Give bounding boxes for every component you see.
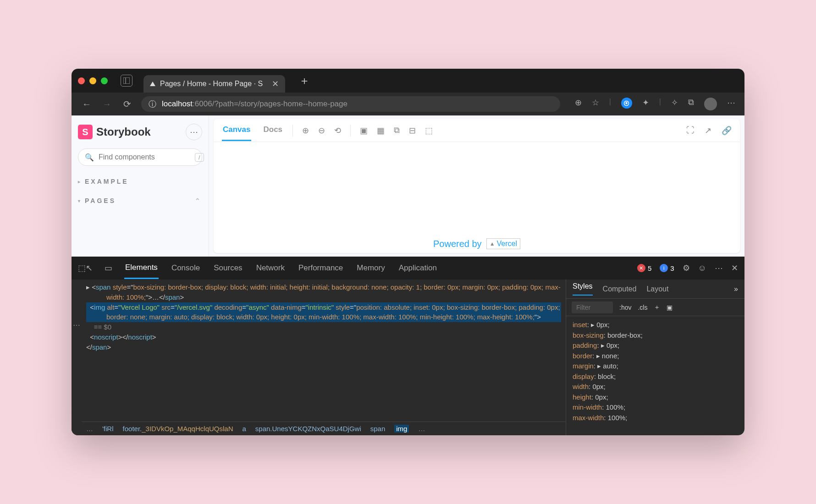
url-port: :6006 — [193, 99, 212, 108]
open-new-tab-icon[interactable]: ↗ — [705, 126, 711, 136]
canvas-toolbar: Canvas Docs ⊕ ⊖ ⟲ ▣ ▦ ⧉ ⊟ ⬚ ⛶ ↗ — [214, 119, 740, 142]
new-style-rule-icon[interactable]: ＋ — [654, 303, 660, 312]
devtools: ⬚↖ ▭ Elements Console Sources Network Pe… — [72, 257, 744, 435]
collections-icon[interactable]: ⧉ — [688, 98, 694, 110]
canvas-body: Powered by Vercel — [214, 142, 740, 253]
background-icon[interactable]: ▣ — [360, 126, 368, 136]
sidebar-toggle-icon[interactable] — [121, 75, 132, 87]
storybook-logo: S Storybook — [78, 125, 151, 139]
minimize-window-button[interactable] — [89, 77, 96, 84]
devtools-gutter: ⋯ — [72, 279, 82, 435]
tab-docs[interactable]: Docs — [262, 120, 283, 141]
grid-icon[interactable]: ▦ — [377, 126, 385, 136]
zoom-in-icon[interactable]: ⊕ — [302, 126, 309, 136]
devtools-tab-console[interactable]: Console — [171, 258, 201, 278]
sidebar-group-example[interactable]: ▸ EXAMPLE — [78, 178, 202, 185]
close-window-button[interactable] — [78, 77, 85, 84]
browser-tab[interactable]: Pages / Home - Home Page · S ✕ — [143, 75, 285, 93]
back-button[interactable]: ← — [81, 99, 93, 110]
elements-panel[interactable]: ▸ <span style="box-sizing: border-box; d… — [82, 279, 566, 422]
outline-icon[interactable]: ⬚ — [425, 126, 433, 136]
bookmark-icon[interactable]: ☆ — [592, 98, 599, 110]
forward-button[interactable]: → — [101, 99, 113, 110]
styles-tab-layout[interactable]: Layout — [646, 285, 668, 293]
traffic-lights — [78, 77, 108, 84]
tab-canvas[interactable]: Canvas — [222, 120, 251, 141]
urlbar: ← → ⟳ ⓘ localhost:6006/?path=/story/page… — [72, 93, 744, 115]
fullscreen-icon[interactable]: ⛶ — [686, 126, 695, 136]
extensions-icon[interactable]: ✦ — [642, 98, 649, 110]
onepassword-icon[interactable]: ⦿ — [621, 98, 632, 109]
url-host: localhost — [162, 99, 193, 108]
profile-avatar[interactable] — [704, 98, 717, 110]
powered-by-text: Powered by — [433, 239, 482, 249]
zoom-icon[interactable]: ⊕ — [575, 98, 582, 110]
storybook-sidebar: S Storybook ⋯ 🔍 / ▸ EXAMPLE ▾ PAGES ⌃ — [72, 115, 209, 257]
cls-toggle[interactable]: .cls — [638, 304, 647, 311]
canvas-panel: Canvas Docs ⊕ ⊖ ⟲ ▣ ▦ ⧉ ⊟ ⬚ ⛶ ↗ — [214, 119, 740, 253]
zoom-reset-icon[interactable]: ⟲ — [334, 126, 341, 136]
styles-filter-input[interactable] — [572, 301, 613, 313]
computed-toggle-icon[interactable]: ▣ — [667, 304, 673, 311]
collapse-icon[interactable]: ⌃ — [195, 197, 202, 204]
styles-panel: Styles Computed Layout » :hov .cls ＋ ▣ i… — [566, 279, 744, 435]
devtools-tab-network[interactable]: Network — [255, 258, 286, 278]
measure-icon[interactable]: ⊟ — [409, 126, 416, 136]
maximize-window-button[interactable] — [101, 77, 108, 84]
error-count-badge[interactable]: ✕5 — [637, 264, 651, 272]
site-info-icon[interactable]: ⓘ — [149, 99, 156, 110]
tab-title: Pages / Home - Home Page · S — [160, 80, 263, 88]
caret-down-icon: ▾ — [78, 198, 82, 203]
breadcrumb[interactable]: … 'fiRl footer._3IDVkOp_MAqqHclqUQslaN a… — [82, 422, 566, 435]
search-icon: 🔍 — [85, 153, 94, 162]
url-actions: ⊕ ☆ | ⦿ ✦ | ✧ ⧉ ⋯ — [575, 98, 735, 110]
devtools-tab-elements[interactable]: Elements — [124, 257, 159, 279]
sidebar-menu-button[interactable]: ⋯ — [186, 124, 202, 140]
styles-more-icon[interactable]: » — [734, 285, 738, 293]
search-shortcut-key: / — [195, 153, 204, 162]
viewport-icon[interactable]: ⧉ — [394, 126, 400, 135]
search-input[interactable] — [99, 153, 190, 161]
reading-list-icon[interactable]: ✧ — [671, 98, 678, 110]
devtools-tab-performance[interactable]: Performance — [298, 258, 344, 278]
browser-window: Pages / Home - Home Page · S ✕ ＋ ← → ⟳ ⓘ… — [72, 69, 744, 435]
close-tab-icon[interactable]: ✕ — [272, 79, 279, 89]
address-bar[interactable]: ⓘ localhost:6006/?path=/story/pages-home… — [141, 96, 560, 112]
devtools-tabs: ⬚↖ ▭ Elements Console Sources Network Pe… — [72, 257, 744, 279]
sidebar-group-pages[interactable]: ▾ PAGES ⌃ — [78, 197, 202, 204]
styles-tab-computed[interactable]: Computed — [603, 285, 637, 293]
powered-by-footer: Powered by Vercel — [433, 238, 520, 249]
devtools-tab-sources[interactable]: Sources — [213, 258, 243, 278]
caret-right-icon: ▸ — [78, 179, 82, 184]
css-properties[interactable]: inset: ▸ 0px;box-sizing: border-box;padd… — [566, 316, 744, 427]
hov-toggle[interactable]: :hov — [619, 304, 631, 311]
new-tab-button[interactable]: ＋ — [299, 73, 310, 88]
storybook-logo-text: Storybook — [96, 126, 151, 138]
devtools-tab-application[interactable]: Application — [398, 258, 438, 278]
more-menu-icon[interactable]: ⋯ — [727, 98, 735, 110]
storybook-app: S Storybook ⋯ 🔍 / ▸ EXAMPLE ▾ PAGES ⌃ — [72, 115, 744, 257]
component-search[interactable]: 🔍 / — [78, 148, 202, 166]
tab-favicon — [150, 82, 155, 86]
devtools-tab-memory[interactable]: Memory — [356, 258, 386, 278]
svg-rect-0 — [123, 77, 130, 84]
info-count-badge[interactable]: i3 — [660, 264, 674, 272]
whats-new-icon[interactable]: ☺ — [698, 263, 706, 273]
inspect-element-icon[interactable]: ⬚↖ — [78, 263, 93, 273]
more-tools-icon[interactable]: ⋯ — [715, 263, 723, 273]
zoom-out-icon[interactable]: ⊖ — [318, 126, 325, 136]
reload-button[interactable]: ⟳ — [121, 99, 133, 110]
titlebar: Pages / Home - Home Page · S ✕ ＋ — [72, 69, 744, 93]
storybook-main: Canvas Docs ⊕ ⊖ ⟲ ▣ ▦ ⧉ ⊟ ⬚ ⛶ ↗ — [209, 115, 744, 257]
vercel-logo-broken-image[interactable]: Vercel — [486, 238, 520, 249]
device-toggle-icon[interactable]: ▭ — [105, 263, 112, 273]
url-path: /?path=/story/pages-home--home-page — [212, 99, 347, 108]
close-devtools-icon[interactable]: ✕ — [731, 263, 738, 273]
settings-icon[interactable]: ⚙ — [683, 263, 690, 273]
link-icon[interactable]: 🔗 — [722, 126, 732, 136]
storybook-logo-icon: S — [78, 125, 93, 139]
styles-tab-styles[interactable]: Styles — [573, 282, 593, 296]
